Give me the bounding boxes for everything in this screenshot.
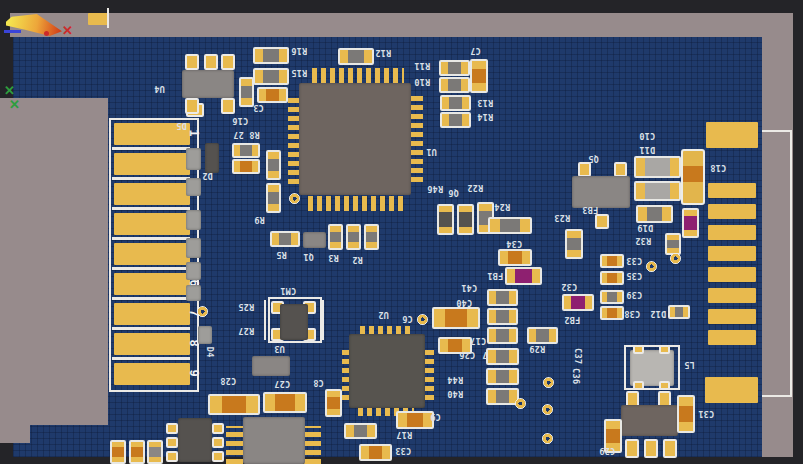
designator-label[interactable]: C35	[626, 271, 642, 280]
chip-component[interactable]	[439, 60, 470, 76]
smd-pad[interactable]	[212, 423, 224, 434]
designator-label[interactable]: Q6	[448, 188, 459, 197]
designator-label[interactable]: C41	[461, 283, 477, 292]
designator-label[interactable]: U1	[426, 147, 437, 156]
chip-component[interactable]	[487, 289, 518, 306]
component-body[interactable]	[280, 304, 308, 340]
chip-component[interactable]	[634, 156, 681, 178]
designator-label[interactable]: D4	[205, 347, 214, 358]
smd-pad[interactable]	[221, 54, 235, 70]
designator-label[interactable]: C7	[470, 46, 481, 55]
chip-component[interactable]	[600, 290, 624, 304]
smd-pad[interactable]	[633, 381, 644, 390]
designator-label[interactable]: R10	[414, 77, 430, 86]
designator-label[interactable]: C40	[456, 298, 472, 307]
chip-component[interactable]	[359, 444, 392, 461]
ic-pin-row[interactable]	[226, 426, 243, 464]
smd-pad[interactable]	[633, 345, 644, 354]
component-body[interactable]	[303, 232, 326, 248]
component-body[interactable]	[186, 210, 201, 230]
smd-pad[interactable]	[114, 243, 190, 265]
via[interactable]	[197, 306, 208, 317]
component-body[interactable]	[186, 238, 201, 258]
designator-label[interactable]: R23	[554, 213, 570, 222]
designator-label[interactable]: C8	[313, 378, 324, 387]
designator-label[interactable]: R12	[375, 48, 391, 57]
designator-label[interactable]: D11	[639, 145, 655, 154]
chip-component[interactable]	[562, 294, 594, 311]
smd-pad[interactable]	[114, 363, 190, 385]
chip-component[interactable]	[253, 68, 289, 85]
smd-pad[interactable]	[659, 345, 670, 354]
chip-component[interactable]	[527, 327, 558, 344]
designator-label[interactable]: R32	[635, 236, 651, 245]
chip-component[interactable]	[634, 181, 681, 201]
designator-label[interactable]: C9	[430, 412, 441, 421]
ic-pin-row[interactable]	[308, 196, 404, 211]
chip-component[interactable]	[266, 150, 281, 180]
via[interactable]	[417, 314, 428, 325]
chip-component[interactable]	[636, 205, 673, 223]
chip-component[interactable]	[432, 307, 480, 329]
smd-pad[interactable]	[708, 183, 756, 198]
chip-component[interactable]	[338, 48, 374, 65]
via[interactable]	[515, 398, 526, 409]
chip-component[interactable]	[505, 267, 542, 285]
smd-pad[interactable]	[88, 13, 108, 25]
smd-pad[interactable]	[663, 439, 677, 458]
designator-label[interactable]: C16	[232, 116, 248, 125]
designator-label[interactable]: C28	[220, 376, 236, 385]
smd-pad[interactable]	[212, 437, 224, 448]
designator-label[interactable]: C31	[698, 409, 714, 418]
designator-label[interactable]: Q1	[303, 252, 314, 261]
smd-pad[interactable]	[114, 303, 190, 325]
smd-pad[interactable]	[578, 162, 591, 177]
component-body[interactable]	[299, 83, 411, 195]
designator-label[interactable]: C27	[274, 379, 290, 388]
smd-pad[interactable]	[708, 225, 756, 240]
designator-label[interactable]: R8	[249, 130, 260, 139]
component-body[interactable]	[572, 176, 630, 208]
chip-component[interactable]	[488, 217, 532, 234]
tantalum-capacitor[interactable]	[681, 149, 705, 205]
component-body[interactable]	[182, 70, 234, 98]
chip-component[interactable]	[498, 249, 532, 266]
chip-component[interactable]	[325, 389, 342, 417]
smd-pad[interactable]	[185, 98, 199, 114]
component-body[interactable]	[621, 405, 678, 436]
via[interactable]	[542, 404, 553, 415]
chip-component[interactable]	[487, 308, 518, 325]
designator-label[interactable]: C18	[710, 163, 726, 172]
chip-component[interactable]	[668, 305, 690, 319]
smd-pad[interactable]	[614, 162, 627, 177]
designator-label[interactable]: 27	[233, 130, 244, 139]
designator-label[interactable]: C39	[626, 290, 642, 299]
designator-label[interactable]: C37	[574, 348, 583, 364]
designator-label[interactable]: D2	[202, 171, 213, 180]
smd-pad[interactable]	[595, 214, 609, 229]
designator-label[interactable]: R46	[427, 184, 443, 193]
component-body[interactable]	[205, 143, 219, 173]
chip-component[interactable]	[208, 394, 260, 415]
designator-label[interactable]: R16	[291, 46, 307, 55]
smd-pad[interactable]	[708, 309, 756, 324]
smd-pad[interactable]	[166, 451, 178, 462]
smd-pad[interactable]	[659, 381, 670, 390]
designator-label[interactable]: R11	[414, 61, 430, 70]
smd-pad[interactable]	[708, 204, 756, 219]
designator-label[interactable]: R29	[529, 344, 545, 353]
chip-component[interactable]	[364, 224, 379, 250]
chip-component[interactable]	[440, 112, 471, 128]
chip-component[interactable]	[486, 348, 519, 365]
designator-label[interactable]: R3	[328, 253, 339, 262]
smd-pad[interactable]	[166, 423, 178, 434]
component-body[interactable]	[186, 285, 201, 301]
chip-component[interactable]	[270, 231, 300, 247]
smd-pad[interactable]	[708, 267, 756, 282]
component-body[interactable]	[178, 418, 212, 462]
chip-component[interactable]	[253, 47, 289, 64]
designator-label[interactable]: R24	[494, 202, 510, 211]
smd-pad[interactable]	[204, 54, 218, 70]
chip-component[interactable]	[437, 204, 454, 235]
chip-component[interactable]	[344, 423, 377, 439]
